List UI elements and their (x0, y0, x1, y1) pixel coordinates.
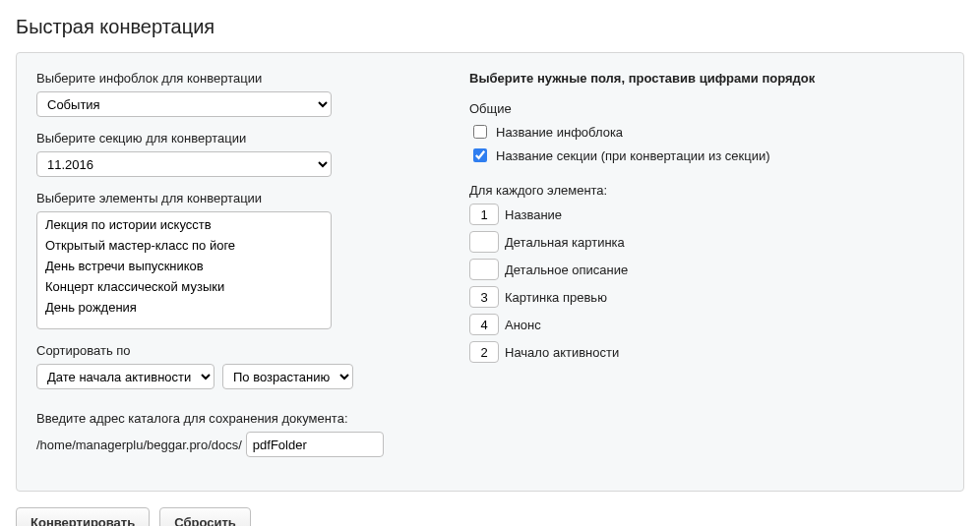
per-element-field-label: Анонс (505, 318, 541, 332)
field-order-input[interactable] (469, 231, 499, 253)
reset-button[interactable]: Сбросить (159, 507, 251, 526)
left-column: Выберите инфоблок для конвертации Событи… (36, 71, 430, 471)
element-option[interactable]: Открытый мастер-класс по йоге (39, 235, 329, 256)
per-element-field-row: Детальная картинка (469, 231, 944, 253)
section-select[interactable]: 11.2016 (36, 151, 332, 177)
common-field-row: Название инфоблока (469, 122, 944, 142)
field-order-input[interactable] (469, 314, 499, 335)
element-option[interactable]: День рождения (39, 297, 329, 318)
per-element-field-row: Анонс (469, 314, 944, 335)
right-column: Выберите нужные поля, проставив цифрами … (469, 71, 944, 471)
field-order-input[interactable] (469, 286, 499, 308)
elements-multiselect[interactable]: Лекция по истории искусствОткрытый масте… (36, 211, 332, 329)
common-field-row: Название секции (при конвертации из секц… (469, 146, 944, 165)
fields-heading: Выберите нужные поля, проставив цифрами … (469, 71, 944, 86)
per-element-field-label: Название (505, 207, 562, 222)
sort-direction-select[interactable]: По возрастанию (222, 364, 353, 389)
infoblock-label: Выберите инфоблок для конвертации (36, 71, 430, 86)
field-order-input[interactable] (469, 204, 499, 225)
element-option[interactable]: Концерт классической музыки (39, 276, 329, 297)
action-buttons: Конвертировать Сбросить (16, 507, 964, 526)
per-element-field-row: Название (469, 204, 944, 225)
path-prefix: /home/managerplu/beggar.pro/docs/ (36, 438, 242, 452)
elements-label: Выберите элементы для конвертации (36, 191, 430, 205)
field-order-input[interactable] (469, 341, 499, 363)
common-subheading: Общие (469, 101, 944, 116)
path-input[interactable] (246, 432, 384, 457)
infoblock-select[interactable]: События (36, 91, 332, 117)
field-order-input[interactable] (469, 259, 499, 280)
conversion-panel: Выберите инфоблок для конвертации Событи… (16, 52, 964, 492)
common-field-label: Название инфоблока (496, 125, 623, 140)
sort-field-select[interactable]: Дате начала активности (36, 364, 214, 389)
per-element-field-label: Картинка превью (505, 290, 607, 305)
common-field-checkbox[interactable] (473, 148, 487, 162)
page-title: Быстрая конвертация (16, 16, 964, 38)
per-element-field-row: Картинка превью (469, 286, 944, 308)
common-field-label: Название секции (при конвертации из секц… (496, 148, 770, 163)
element-option[interactable]: Лекция по истории искусств (39, 214, 329, 235)
element-option[interactable]: День встречи выпускников (39, 256, 329, 276)
per-element-subheading: Для каждого элемента: (469, 183, 944, 198)
per-element-field-row: Начало активности (469, 341, 944, 363)
section-label: Выберите секцию для конвертации (36, 131, 430, 146)
path-label: Введите адрес каталога для сохранения до… (36, 411, 430, 426)
common-field-checkbox[interactable] (473, 125, 487, 139)
per-element-field-row: Детальное описание (469, 259, 944, 280)
convert-button[interactable]: Конвертировать (16, 507, 150, 526)
per-element-field-label: Детальная картинка (505, 235, 625, 250)
per-element-field-label: Начало активности (505, 345, 619, 360)
per-element-field-label: Детальное описание (505, 263, 628, 277)
sort-label: Сортировать по (36, 343, 430, 358)
